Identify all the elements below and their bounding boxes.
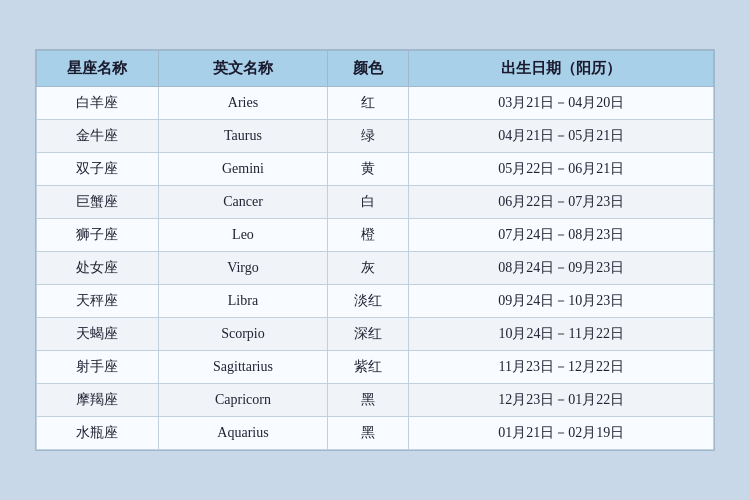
cell-date: 11月23日－12月22日 [409,351,714,384]
cell-date: 08月24日－09月23日 [409,252,714,285]
cell-color: 淡红 [328,285,409,318]
cell-en-name: Virgo [158,252,327,285]
cell-en-name: Libra [158,285,327,318]
cell-date: 12月23日－01月22日 [409,384,714,417]
cell-zh-name: 处女座 [37,252,159,285]
cell-date: 05月22日－06月21日 [409,153,714,186]
table-row: 天秤座Libra淡红09月24日－10月23日 [37,285,714,318]
cell-color: 白 [328,186,409,219]
cell-zh-name: 天秤座 [37,285,159,318]
table-row: 巨蟹座Cancer白06月22日－07月23日 [37,186,714,219]
cell-zh-name: 射手座 [37,351,159,384]
zodiac-table: 星座名称 英文名称 颜色 出生日期（阳历） 白羊座Aries红03月21日－04… [36,50,714,450]
cell-en-name: Sagittarius [158,351,327,384]
cell-date: 10月24日－11月22日 [409,318,714,351]
cell-date: 06月22日－07月23日 [409,186,714,219]
cell-zh-name: 巨蟹座 [37,186,159,219]
cell-en-name: Capricorn [158,384,327,417]
table-row: 处女座Virgo灰08月24日－09月23日 [37,252,714,285]
cell-date: 04月21日－05月21日 [409,120,714,153]
cell-date: 09月24日－10月23日 [409,285,714,318]
cell-date: 03月21日－04月20日 [409,87,714,120]
cell-color: 深红 [328,318,409,351]
cell-en-name: Taurus [158,120,327,153]
cell-en-name: Cancer [158,186,327,219]
cell-color: 橙 [328,219,409,252]
cell-en-name: Leo [158,219,327,252]
header-en-name: 英文名称 [158,51,327,87]
table-row: 天蝎座Scorpio深红10月24日－11月22日 [37,318,714,351]
header-color: 颜色 [328,51,409,87]
cell-color: 红 [328,87,409,120]
table-row: 狮子座Leo橙07月24日－08月23日 [37,219,714,252]
cell-en-name: Scorpio [158,318,327,351]
table-header-row: 星座名称 英文名称 颜色 出生日期（阳历） [37,51,714,87]
zodiac-table-container: 星座名称 英文名称 颜色 出生日期（阳历） 白羊座Aries红03月21日－04… [35,49,715,451]
cell-date: 01月21日－02月19日 [409,417,714,450]
cell-color: 紫红 [328,351,409,384]
cell-en-name: Aries [158,87,327,120]
table-row: 双子座Gemini黄05月22日－06月21日 [37,153,714,186]
table-row: 水瓶座Aquarius黑01月21日－02月19日 [37,417,714,450]
cell-en-name: Aquarius [158,417,327,450]
table-body: 白羊座Aries红03月21日－04月20日金牛座Taurus绿04月21日－0… [37,87,714,450]
table-row: 摩羯座Capricorn黑12月23日－01月22日 [37,384,714,417]
cell-en-name: Gemini [158,153,327,186]
cell-color: 黑 [328,417,409,450]
cell-color: 黄 [328,153,409,186]
cell-zh-name: 天蝎座 [37,318,159,351]
cell-zh-name: 金牛座 [37,120,159,153]
cell-date: 07月24日－08月23日 [409,219,714,252]
table-row: 白羊座Aries红03月21日－04月20日 [37,87,714,120]
cell-zh-name: 白羊座 [37,87,159,120]
table-row: 射手座Sagittarius紫红11月23日－12月22日 [37,351,714,384]
header-date: 出生日期（阳历） [409,51,714,87]
cell-zh-name: 双子座 [37,153,159,186]
table-row: 金牛座Taurus绿04月21日－05月21日 [37,120,714,153]
cell-zh-name: 水瓶座 [37,417,159,450]
cell-color: 绿 [328,120,409,153]
cell-color: 黑 [328,384,409,417]
cell-zh-name: 摩羯座 [37,384,159,417]
header-zh-name: 星座名称 [37,51,159,87]
cell-zh-name: 狮子座 [37,219,159,252]
cell-color: 灰 [328,252,409,285]
